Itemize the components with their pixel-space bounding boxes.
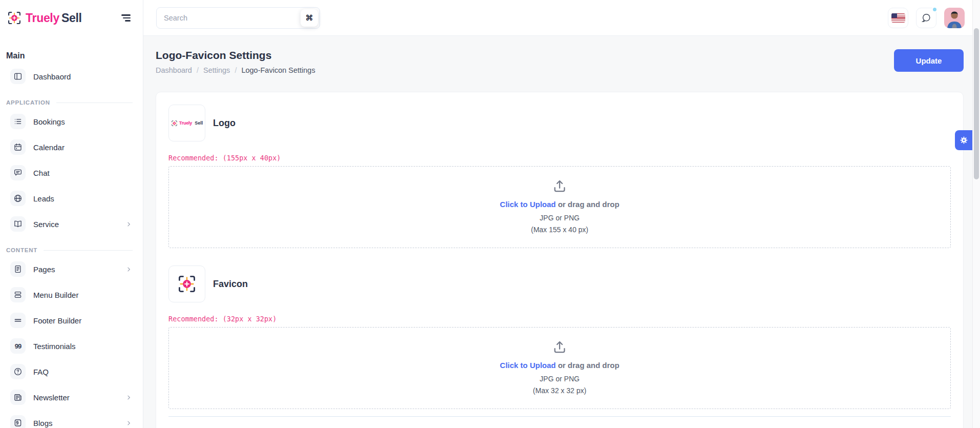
sidebar-section-label-main: Main	[0, 51, 143, 60]
mini-brand-secondary: Sell	[195, 120, 203, 126]
sidebar-item-label: Bookings	[33, 117, 133, 126]
menu-builder-icon	[10, 287, 26, 302]
chat-icon	[10, 165, 26, 180]
logo-upload-dropzone[interactable]: Click to Upload or drag and drop JPG or …	[168, 166, 951, 248]
breadcrumb-separator: /	[197, 66, 199, 74]
brand-logo[interactable]: TruelySell	[7, 10, 82, 26]
page-title: Logo-Favicon Settings	[156, 49, 315, 62]
search-input[interactable]	[156, 7, 320, 29]
calendar-icon	[10, 139, 26, 155]
logo-preview-image: Truely Sell	[171, 120, 203, 127]
sidebar-item-label: Footer Builder	[33, 316, 133, 325]
breadcrumb-item-dashboard[interactable]: Dashboard	[156, 66, 192, 74]
sidebar-item-chat[interactable]: Chat	[0, 160, 143, 186]
user-avatar[interactable]	[944, 8, 965, 28]
sidebar-collapse-button[interactable]	[119, 12, 133, 23]
sidebar-header: TruelySell	[0, 0, 143, 36]
brand-name: TruelySell	[26, 11, 82, 25]
book-icon	[10, 216, 26, 232]
sidebar-item-menu-builder[interactable]: Menu Builder	[0, 282, 143, 308]
formats-text: JPG or PNG	[531, 212, 588, 224]
sidebar-item-footer-builder[interactable]: Footer Builder	[0, 308, 143, 333]
page-scrollbar[interactable]	[972, 0, 980, 428]
brand-name-secondary: Sell	[61, 11, 82, 25]
sidebar-item-label: Pages	[33, 265, 117, 274]
chat-bubble-icon	[921, 12, 932, 24]
sidebar-item-label: Chat	[33, 169, 133, 177]
chevron-right-icon	[125, 266, 133, 273]
chevron-right-icon	[125, 419, 133, 427]
logo-section-header: Truely Sell Logo	[168, 105, 951, 141]
sidebar-section-label-content: CONTENT	[0, 247, 143, 253]
drag-drop-text: or drag and drop	[558, 361, 620, 370]
upload-format-hint: JPG or PNG (Max 32 x 32 px)	[533, 373, 586, 397]
sidebar-item-calendar[interactable]: Calendar	[0, 134, 143, 160]
sidebar-item-blogs[interactable]: Blogs	[0, 410, 143, 428]
favicon-upload-dropzone[interactable]: Click to Upload or drag and drop JPG or …	[168, 327, 951, 409]
upload-instructions: Click to Upload or drag and drop	[500, 361, 619, 370]
max-size-text: (Max 155 x 40 px)	[531, 224, 588, 236]
sidebar-item-label: Newsletter	[33, 393, 117, 402]
blog-icon	[10, 415, 26, 428]
footer-builder-icon	[10, 313, 26, 328]
sidebar-nav: MainDashbaordAPPLICATIONBookingsCalendar…	[0, 36, 143, 428]
content-area: Logo-Favicon Settings Dashboard/Settings…	[143, 36, 980, 428]
gear-icon	[959, 135, 969, 145]
sidebar-item-label: Testimonials	[33, 342, 133, 351]
breadcrumb-item-settings[interactable]: Settings	[203, 66, 230, 74]
page-header: Logo-Favicon Settings Dashboard/Settings…	[156, 49, 964, 74]
logo-recommended-size: Recommended: (155px x 40px)	[168, 154, 951, 162]
target-icon	[7, 10, 22, 26]
notification-dot	[932, 7, 938, 12]
topbar: ⌘	[143, 0, 980, 36]
search-shortcut-button[interactable]: ⌘	[301, 9, 318, 27]
logo-preview-thumbnail: Truely Sell	[168, 105, 205, 141]
update-button[interactable]: Update	[894, 49, 964, 72]
sidebar-item-label: Calendar	[33, 143, 133, 152]
upload-format-hint: JPG or PNG (Max 155 x 40 px)	[531, 212, 588, 236]
sidebar-item-label: Menu Builder	[33, 291, 133, 299]
sidebar-item-label: Leads	[33, 194, 133, 203]
globe-icon	[10, 191, 26, 206]
sidebar-item-newsletter[interactable]: Newsletter	[0, 384, 143, 410]
mini-brand-primary: Truely	[179, 120, 192, 126]
theme-settings-button[interactable]	[955, 130, 972, 150]
us-flag-icon	[891, 13, 905, 23]
breadcrumb: Dashboard/Settings/Logo-Favicon Settings	[156, 66, 315, 74]
section-divider	[168, 416, 951, 417]
sidebar-item-label: Service	[33, 220, 117, 229]
drag-drop-text: or drag and drop	[558, 200, 620, 209]
favicon-section-heading: Favicon	[213, 279, 248, 290]
sidebar-item-label: Blogs	[33, 419, 117, 427]
favicon-preview-thumbnail	[168, 266, 205, 302]
sidebar-item-bookings[interactable]: Bookings	[0, 109, 143, 134]
target-icon	[171, 120, 178, 127]
chevron-right-icon	[125, 220, 133, 228]
scrollbar-thumb[interactable]	[974, 28, 979, 179]
settings-card: Truely Sell Logo Recommended: (155px x 4…	[156, 92, 964, 428]
messages-button[interactable]	[916, 8, 936, 28]
upload-icon	[552, 339, 567, 357]
sidebar: TruelySell MainDashbaordAPPLICATIONBooki…	[0, 0, 143, 428]
search-box: ⌘	[156, 7, 320, 29]
question-circle-icon	[10, 364, 26, 379]
sidebar-item-leads[interactable]: Leads	[0, 186, 143, 211]
pages-icon	[10, 261, 26, 277]
favicon-recommended-size: Recommended: (32px x 32px)	[168, 315, 951, 323]
sidebar-item-service[interactable]: Service	[0, 211, 143, 237]
max-size-text: (Max 32 x 32 px)	[533, 385, 586, 397]
sidebar-item-pages[interactable]: Pages	[0, 256, 143, 282]
sidebar-item-dashbaord[interactable]: Dashbaord	[0, 64, 143, 89]
click-to-upload-link[interactable]: Click to Upload	[500, 200, 556, 209]
click-to-upload-link[interactable]: Click to Upload	[500, 361, 556, 370]
language-button[interactable]	[888, 8, 908, 28]
sidebar-item-label: FAQ	[33, 368, 133, 376]
sidebar-item-faq[interactable]: FAQ	[0, 359, 143, 384]
breadcrumb-separator: /	[235, 66, 237, 74]
topbar-actions	[888, 8, 965, 28]
logo-section-heading: Logo	[213, 118, 236, 129]
brand-name-primary: Truely	[26, 11, 59, 25]
app-window: TruelySell MainDashbaordAPPLICATIONBooki…	[0, 0, 980, 428]
sidebar-item-testimonials[interactable]: 99Testimonials	[0, 333, 143, 359]
upload-instructions: Click to Upload or drag and drop	[500, 200, 619, 209]
